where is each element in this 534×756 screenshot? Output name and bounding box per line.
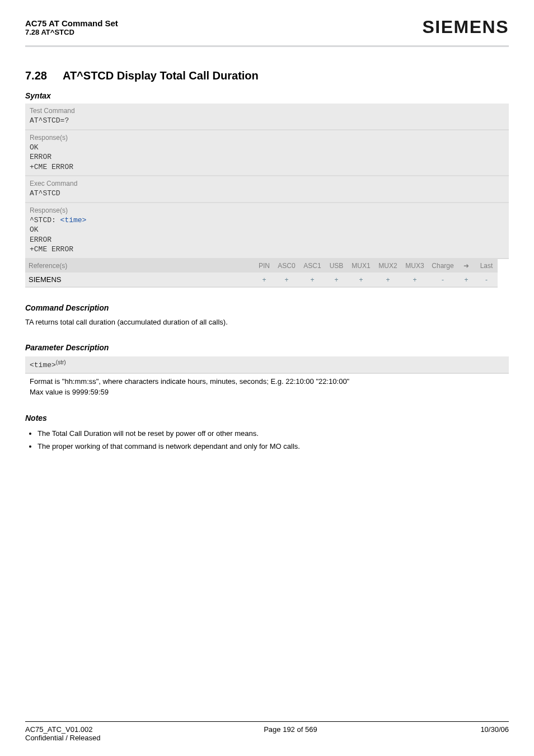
header-rule	[25, 45, 509, 47]
exec-stcd-prefix: ^STCD:	[30, 216, 60, 224]
command-desc-text: TA returns total call duration (accumula…	[25, 317, 509, 328]
note-item-1: The proper working of that command is ne…	[38, 440, 509, 453]
ref-hdr-2: ASC0	[274, 259, 299, 273]
section-number: 7.28	[25, 69, 47, 82]
footer-left-2: Confidential / Released	[25, 734, 100, 742]
footer-rule	[25, 721, 509, 722]
time-param-link[interactable]: <time>	[60, 216, 87, 224]
ref-hdr-1: PIN	[255, 259, 274, 273]
ref-cell-8: -	[428, 273, 457, 288]
ref-cell-2: +	[274, 273, 299, 288]
exec-response-block: Response(s) ^STCD: <time> OK ERROR +CME …	[25, 203, 509, 259]
brand-logo: SIEMENS	[422, 17, 509, 37]
test-response-line-1: ERROR	[30, 152, 504, 162]
ref-hdr-6: MUX2	[374, 259, 401, 273]
ref-cell-1: +	[255, 273, 274, 288]
ref-cell-4: +	[325, 273, 348, 288]
ref-hdr-9: ➜	[457, 259, 475, 273]
ref-cell-5: +	[348, 273, 374, 288]
ref-cell-3: +	[299, 273, 325, 288]
doc-title: AC75 AT Command Set	[25, 18, 118, 28]
command-desc-title: Command Description	[25, 303, 509, 312]
section-heading: 7.28 AT^STCD Display Total Call Duration	[25, 69, 509, 82]
param-line-0: Format is "hh:mm:ss", where characters i…	[30, 376, 504, 387]
ref-cell-10: -	[475, 273, 498, 288]
exec-response-line-1: ERROR	[30, 235, 504, 245]
ref-cell-7: +	[401, 273, 428, 288]
ref-hdr-8: Charge	[428, 259, 457, 273]
ref-hdr-7: MUX3	[401, 259, 428, 273]
footer-center: Page 192 of 569	[264, 725, 317, 742]
doc-sub: 7.28 AT^STCD	[25, 28, 118, 36]
footer-right: 10/30/06	[480, 725, 509, 742]
param-desc-lines: Format is "hh:mm:ss", where characters i…	[25, 374, 509, 398]
notes-title: Notes	[25, 414, 509, 422]
syntax-title: Syntax	[25, 91, 509, 100]
exec-response-line-2: +CME ERROR	[30, 245, 504, 255]
reference-table: Reference(s) PIN ASC0 ASC1 USB MUX1 MUX2…	[25, 259, 509, 288]
page-header: AC75 AT Command Set 7.28 AT^STCD SIEMENS	[25, 17, 509, 37]
exec-command-block: Exec Command AT^STCD	[25, 176, 509, 203]
exec-command-cmd: AT^STCD	[30, 189, 504, 199]
ref-hdr-0: Reference(s)	[25, 259, 255, 273]
ref-cell-0: SIEMENS	[25, 273, 255, 288]
notes-list: The Total Call Duration will not be rese…	[25, 427, 509, 453]
ref-hdr-10: Last	[475, 259, 498, 273]
exec-response-line-stcd: ^STCD: <time>	[30, 215, 504, 226]
param-name: <time>	[30, 361, 56, 370]
footer-left-1: AC75_ATC_V01.002	[25, 725, 100, 734]
test-response-line-2: +CME ERROR	[30, 162, 504, 172]
test-command-label: Test Command	[30, 107, 504, 115]
param-box: <time>(str)	[25, 356, 509, 373]
footer-left: AC75_ATC_V01.002 Confidential / Released	[25, 725, 100, 742]
note-item-0: The Total Call Duration will not be rese…	[38, 427, 509, 440]
ref-hdr-3: ASC1	[299, 259, 325, 273]
header-left: AC75 AT Command Set 7.28 AT^STCD	[25, 18, 118, 36]
test-command-block: Test Command AT^STCD=?	[25, 104, 509, 130]
ref-cell-9: +	[457, 273, 475, 288]
test-response-label: Response(s)	[30, 134, 504, 142]
section-title: AT^STCD Display Total Call Duration	[63, 69, 259, 82]
test-command-cmd: AT^STCD=?	[30, 116, 504, 126]
test-response-block: Response(s) OK ERROR +CME ERROR	[25, 130, 509, 177]
param-desc-title: Parameter Description	[25, 343, 509, 352]
exec-command-label: Exec Command	[30, 180, 504, 187]
ref-cell-6: +	[374, 273, 401, 288]
test-response-line-0: OK	[30, 143, 504, 153]
exec-response-line-0: OK	[30, 225, 504, 235]
param-line-1: Max value is 9999:59:59	[30, 387, 504, 398]
ref-hdr-5: MUX1	[348, 259, 374, 273]
page-footer: AC75_ATC_V01.002 Confidential / Released…	[25, 725, 509, 742]
param-sup: (str)	[56, 359, 66, 365]
exec-response-label: Response(s)	[30, 206, 504, 214]
ref-hdr-4: USB	[325, 259, 348, 273]
